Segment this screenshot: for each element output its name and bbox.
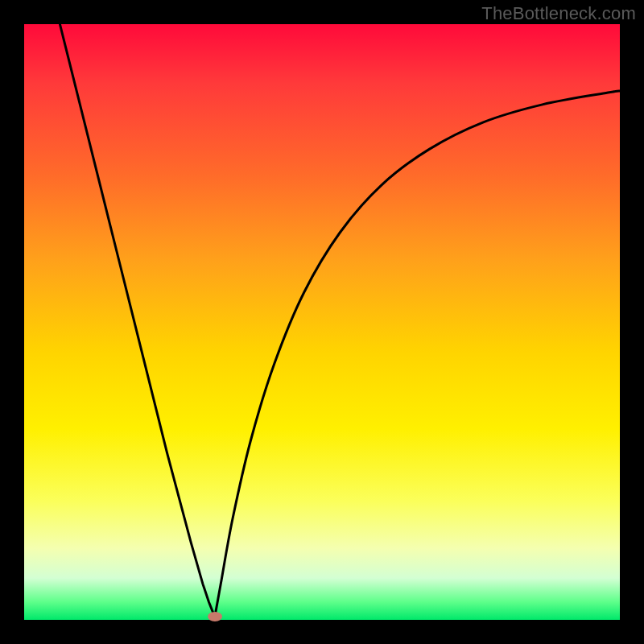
minimum-marker — [208, 612, 222, 621]
curve-right-branch — [215, 91, 620, 617]
watermark-text: TheBottleneck.com — [481, 3, 636, 24]
bottleneck-curve — [24, 24, 620, 620]
curve-left-branch — [60, 24, 214, 617]
